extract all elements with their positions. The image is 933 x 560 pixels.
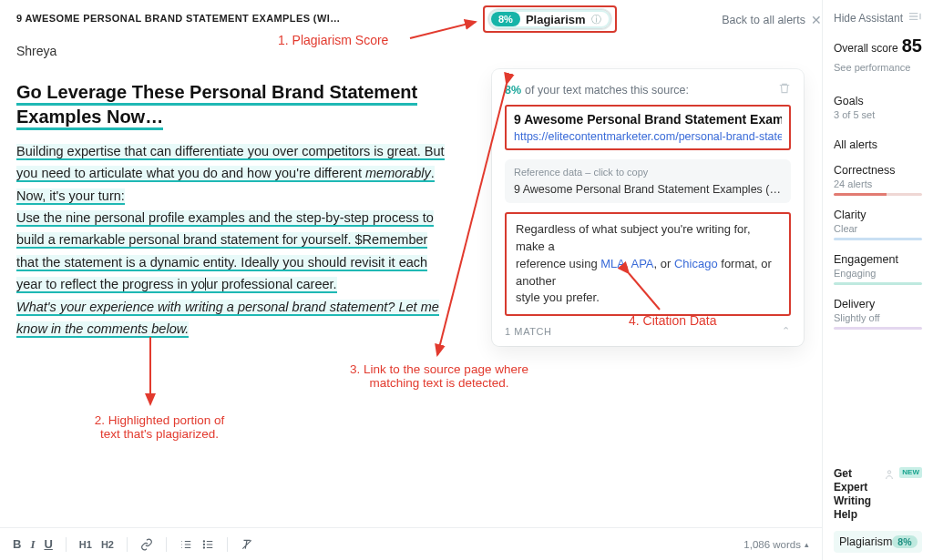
svg-point-4: [203, 540, 204, 541]
svg-point-6: [203, 546, 204, 547]
sign-off-name: Shreya: [16, 44, 805, 58]
document-title: 9 AWESOME PERSONAL BRAND STATEMENT EXAMP…: [16, 13, 805, 24]
plagiarism-score-highlight: 8% Plagiarism ⓘ: [483, 5, 617, 33]
numbered-list-icon[interactable]: [179, 538, 192, 551]
match-summary: 8% of your text matches this source:: [505, 82, 791, 97]
collapse-icon[interactable]: [907, 11, 922, 25]
source-url[interactable]: https://elitecontentmarketer.com/persona…: [514, 130, 782, 143]
plagiarism-pill[interactable]: 8% Plagiarism ⓘ: [488, 9, 611, 29]
reference-citation-line: 9 Awesome Personal Brand Statement Examp…: [514, 183, 782, 196]
apa-link[interactable]: APA: [631, 257, 653, 270]
all-alerts-link[interactable]: All alerts: [834, 138, 922, 151]
annotation-4: 4. Citation Data: [629, 313, 717, 328]
formatting-toolbar: B I U H1 H2 1,086 words▴: [0, 527, 822, 560]
svg-point-5: [203, 544, 204, 545]
reference-hint: Reference data – click to copy: [514, 167, 782, 178]
see-performance-link[interactable]: See performance: [834, 62, 922, 73]
goals-item[interactable]: Goals 3 of 5 set: [834, 95, 922, 120]
editor-main: 9 AWESOME PERSONAL BRAND STATEMENT EXAMP…: [0, 0, 822, 560]
mla-link[interactable]: MLA: [600, 257, 625, 270]
bold-button[interactable]: B: [13, 537, 21, 551]
h2-button[interactable]: H2: [101, 539, 114, 550]
chevron-up-icon: ⌃: [782, 325, 791, 337]
back-to-alerts-link[interactable]: Back to all alerts ✕: [722, 13, 822, 27]
annotation-3: 3. Link to the source page wherematching…: [321, 362, 558, 390]
citation-help-box: Regardless of what subject you're writin…: [505, 212, 791, 316]
plagiarism-percent-chip: 8%: [892, 535, 917, 548]
svg-line-0: [410, 22, 476, 38]
source-link-box[interactable]: 9 Awesome Personal Brand Statement Examp…: [505, 105, 791, 150]
info-icon[interactable]: ⓘ: [591, 13, 601, 26]
article-heading: Go Leverage These Personal Brand Stateme…: [16, 80, 458, 129]
close-icon[interactable]: ✕: [811, 13, 822, 27]
h1-button[interactable]: H1: [79, 539, 92, 550]
reference-data-block[interactable]: Reference data – click to copy 9 Awesome…: [505, 159, 791, 203]
annotation-2: 2. Highlighted portion oftext that's pla…: [68, 413, 251, 441]
svg-point-7: [888, 471, 891, 473]
article-body: Go Leverage These Personal Brand Stateme…: [16, 80, 458, 340]
plagiarism-sidebar-row[interactable]: Plagiarism 8%: [834, 531, 922, 553]
bullet-list-icon[interactable]: [201, 538, 214, 551]
overall-score[interactable]: Overall score 85: [834, 36, 922, 56]
new-badge: NEW: [899, 467, 922, 478]
clarity-item[interactable]: Clarity Clear: [834, 209, 922, 240]
trash-icon[interactable]: [778, 82, 791, 97]
chicago-link[interactable]: Chicago: [674, 257, 718, 270]
hide-assistant-link[interactable]: Hide Assistant: [834, 12, 903, 25]
italic-button[interactable]: I: [30, 537, 35, 552]
expert-help-link[interactable]: Get ExpertWriting Help NEW: [834, 467, 922, 522]
delivery-item[interactable]: Delivery Slightly off: [834, 298, 922, 330]
article-paragraphs: Building expertise that can differentiat…: [16, 140, 458, 340]
clear-format-icon[interactable]: [241, 538, 253, 551]
underline-button[interactable]: U: [44, 537, 52, 551]
engagement-item[interactable]: Engagement Engaging: [834, 253, 922, 285]
plagiarism-percent-badge: 8%: [491, 12, 520, 26]
annotation-1: 1. Plagiarism Score: [278, 33, 388, 47]
plagiarism-source-card: 8% of your text matches this source: 9 A…: [492, 69, 804, 346]
alerts-header-right: Back to all alerts ✕: [692, 13, 822, 27]
source-title: 9 Awesome Personal Brand Statement Examp: [514, 112, 782, 127]
word-count[interactable]: 1,086 words▴: [743, 539, 809, 550]
correctness-item[interactable]: Correctness 24 alerts: [834, 164, 922, 196]
link-icon[interactable]: [140, 538, 153, 551]
plagiarism-pill-label: Plagiarism: [526, 13, 586, 26]
assistant-sidebar: Hide Assistant Overall score 85 See perf…: [822, 0, 933, 560]
person-icon: [885, 467, 894, 482]
